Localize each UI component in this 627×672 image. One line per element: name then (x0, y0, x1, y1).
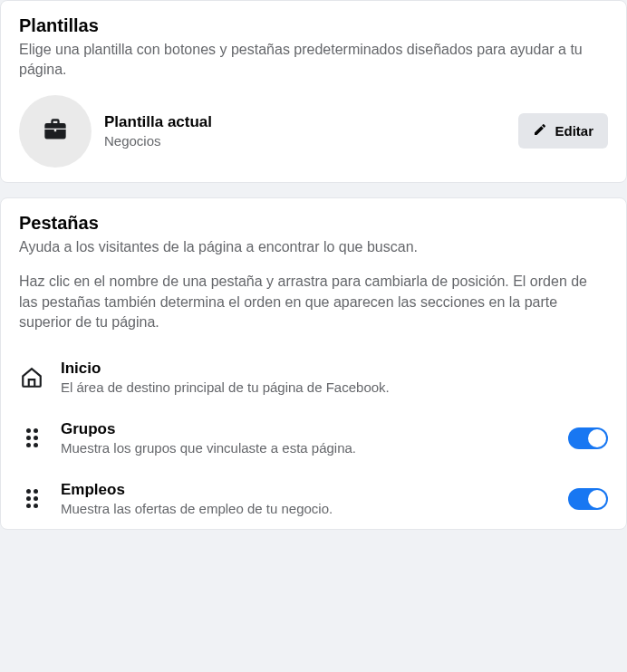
tab-item-empleos[interactable]: Empleos Muestra las ofertas de empleo de… (19, 468, 608, 529)
templates-subtitle: Elige una plantilla con botones y pestañ… (19, 40, 608, 81)
tab-title: Grupos (61, 420, 552, 438)
current-template-label: Plantilla actual (104, 113, 506, 131)
tab-title: Inicio (61, 360, 608, 378)
tab-content: Empleos Muestra las ofertas de empleo de… (61, 481, 552, 516)
home-icon (19, 366, 44, 389)
tab-description: Muestra las ofertas de empleo de tu nego… (61, 501, 552, 516)
drag-handle-icon[interactable] (19, 489, 44, 508)
templates-title: Plantillas (19, 15, 608, 36)
tabs-subtitle: Ayuda a los visitantes de la página a en… (19, 237, 608, 257)
tab-item-grupos[interactable]: Grupos Muestra los grupos que vinculaste… (19, 408, 608, 468)
edit-button[interactable]: Editar (518, 113, 608, 149)
tabs-card: Pestañas Ayuda a los visitantes de la pá… (0, 197, 627, 531)
toggle-empleos[interactable] (568, 488, 608, 510)
template-info: Plantilla actual Negocios (104, 113, 506, 149)
edit-button-label: Editar (555, 123, 593, 139)
tabs-hint: Haz clic en el nombre de una pestaña y a… (19, 272, 608, 332)
current-template-row: Plantilla actual Negocios Editar (19, 95, 608, 168)
drag-handle-icon[interactable] (19, 428, 44, 447)
briefcase-icon (43, 117, 68, 146)
tabs-title: Pestañas (19, 213, 608, 234)
tab-description: Muestra los grupos que vinculaste a esta… (61, 440, 552, 456)
tab-content: Inicio El área de destino principal de t… (61, 360, 608, 395)
current-template-type: Negocios (104, 133, 506, 149)
template-avatar (19, 95, 92, 168)
tab-title: Empleos (61, 481, 552, 499)
toggle-grupos[interactable] (568, 427, 608, 449)
tab-content: Grupos Muestra los grupos que vinculaste… (61, 420, 552, 456)
pencil-icon (533, 122, 547, 139)
templates-card: Plantillas Elige una plantilla con boton… (0, 0, 627, 183)
tab-description: El área de destino principal de tu págin… (61, 379, 608, 395)
tab-item-inicio[interactable]: Inicio El área de destino principal de t… (19, 347, 608, 408)
